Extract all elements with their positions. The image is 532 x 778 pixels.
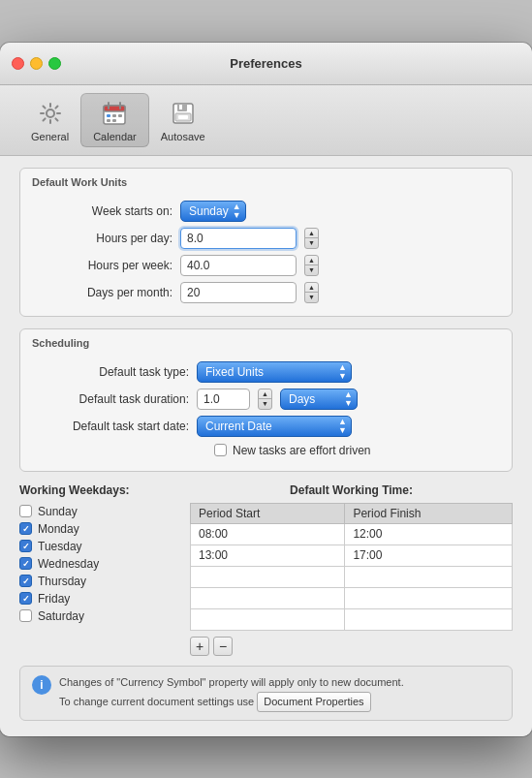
toolbar-calendar[interactable]: Calendar bbox=[80, 93, 149, 147]
hours-per-week-stepper[interactable]: ▲ ▼ bbox=[304, 255, 319, 276]
hours-per-day-down[interactable]: ▼ bbox=[305, 238, 318, 248]
task-duration-input[interactable] bbox=[197, 389, 250, 410]
week-starts-arrow: ▲▼ bbox=[233, 202, 241, 218]
hours-per-week-down[interactable]: ▼ bbox=[305, 265, 318, 275]
time-panel: Default Working Time: Period Start Perio… bbox=[190, 483, 513, 656]
general-label: General bbox=[31, 131, 69, 142]
saturday-checkbox[interactable] bbox=[19, 609, 32, 622]
hours-per-week-input[interactable] bbox=[180, 255, 297, 276]
weekday-saturday: Saturday bbox=[19, 607, 174, 625]
time-start-5[interactable] bbox=[191, 608, 345, 630]
hours-per-day-input[interactable] bbox=[180, 228, 297, 249]
hours-per-day-label: Hours per day: bbox=[96, 232, 172, 245]
time-row: 08:00 12:00 bbox=[191, 523, 513, 545]
sunday-checkbox[interactable] bbox=[19, 505, 32, 517]
task-duration-unit-arrow: ▲▼ bbox=[344, 390, 353, 406]
monday-checkbox[interactable] bbox=[19, 522, 32, 535]
task-duration-row: Default task duration: ▲ ▼ Days ▲▼ bbox=[20, 386, 512, 413]
time-start-4[interactable] bbox=[191, 587, 345, 608]
close-button[interactable] bbox=[12, 57, 24, 70]
weekday-thursday: Thursday bbox=[19, 573, 174, 590]
task-type-select[interactable]: Fixed Units ▲▼ bbox=[197, 361, 352, 383]
task-duration-up[interactable]: ▲ bbox=[259, 389, 271, 400]
default-work-units-section: Default Work Units Week starts on: Sunda… bbox=[19, 168, 513, 317]
task-type-value: Fixed Units bbox=[205, 365, 264, 379]
main-content: Default Work Units Week starts on: Sunda… bbox=[0, 156, 532, 736]
sunday-label: Sunday bbox=[38, 505, 78, 518]
maximize-button[interactable] bbox=[48, 57, 61, 70]
time-row bbox=[191, 566, 513, 587]
friday-label: Friday bbox=[38, 592, 70, 606]
info-footer: i Changes of "Currency Symbol" property … bbox=[19, 666, 513, 721]
hours-per-week-up[interactable]: ▲ bbox=[305, 256, 318, 266]
window-title: Preferences bbox=[230, 56, 301, 71]
document-properties-link[interactable]: Document Properties bbox=[257, 692, 370, 712]
time-finish-1[interactable]: 12:00 bbox=[345, 523, 513, 545]
info-text-block: Changes of "Currency Symbol" property wi… bbox=[59, 674, 404, 712]
hours-per-day-up[interactable]: ▲ bbox=[305, 229, 318, 239]
time-finish-5[interactable] bbox=[345, 608, 513, 630]
info-icon: i bbox=[32, 675, 51, 695]
effort-driven-row: New tasks are effort driven bbox=[20, 440, 512, 461]
gear-icon bbox=[35, 98, 66, 129]
task-start-date-arrow: ▲▼ bbox=[338, 418, 347, 433]
thursday-checkbox[interactable] bbox=[19, 575, 32, 587]
task-start-date-row: Default task start date: Current Date ▲▼ bbox=[20, 413, 512, 440]
work-units-title: Default Work Units bbox=[20, 176, 512, 194]
toolbar-general[interactable]: General bbox=[19, 94, 80, 146]
time-finish-4[interactable] bbox=[345, 587, 513, 608]
task-type-row: Default task type: Fixed Units ▲▼ bbox=[20, 358, 512, 386]
time-finish-2[interactable]: 17:00 bbox=[345, 545, 513, 566]
saturday-label: Saturday bbox=[38, 609, 84, 623]
task-start-date-label: Default task start date: bbox=[73, 420, 189, 433]
tuesday-checkbox[interactable] bbox=[19, 540, 32, 552]
effort-driven-checkbox[interactable] bbox=[214, 444, 227, 456]
time-start-1[interactable]: 08:00 bbox=[191, 523, 345, 545]
time-finish-3[interactable] bbox=[345, 566, 513, 587]
autosave-icon bbox=[168, 98, 199, 129]
add-remove-row: + − bbox=[190, 637, 513, 656]
svg-rect-2 bbox=[104, 106, 125, 111]
add-time-button[interactable]: + bbox=[190, 637, 209, 656]
hours-per-day-stepper[interactable]: ▲ ▼ bbox=[304, 228, 319, 249]
task-duration-stepper[interactable]: ▲ ▼ bbox=[258, 389, 272, 410]
task-duration-unit-value: Days bbox=[289, 392, 315, 406]
days-per-month-down[interactable]: ▼ bbox=[305, 293, 318, 302]
weekdays-panel: Working Weekdays: Sunday Monday Tuesday … bbox=[19, 483, 174, 656]
col-period-finish: Period Finish bbox=[345, 503, 513, 523]
time-row bbox=[191, 608, 513, 630]
toolbar: General Calendar bbox=[0, 85, 532, 156]
calendar-label: Calendar bbox=[93, 131, 137, 142]
task-type-arrow: ▲▼ bbox=[338, 363, 347, 379]
svg-point-0 bbox=[47, 109, 54, 117]
wednesday-checkbox[interactable] bbox=[19, 557, 32, 570]
toolbar-autosave[interactable]: Autosave bbox=[149, 94, 217, 146]
days-per-month-stepper[interactable]: ▲ ▼ bbox=[304, 282, 319, 303]
task-duration-down[interactable]: ▼ bbox=[259, 399, 271, 409]
col-period-start: Period Start bbox=[191, 503, 345, 523]
task-type-label: Default task type: bbox=[99, 365, 189, 379]
remove-time-button[interactable]: − bbox=[213, 637, 233, 656]
svg-rect-7 bbox=[118, 114, 122, 117]
week-starts-label: Week starts on: bbox=[92, 204, 172, 218]
task-duration-unit-select[interactable]: Days ▲▼ bbox=[280, 389, 358, 410]
weekday-monday: Monday bbox=[19, 520, 174, 538]
titlebar: Preferences bbox=[0, 43, 532, 85]
time-row bbox=[191, 587, 513, 608]
weekday-friday: Friday bbox=[19, 590, 174, 607]
week-starts-row: Week starts on: Sunday ▲▼ bbox=[20, 198, 512, 225]
days-per-month-label: Days per month: bbox=[87, 286, 172, 299]
friday-checkbox[interactable] bbox=[19, 592, 32, 605]
svg-rect-5 bbox=[107, 114, 110, 117]
effort-driven-label: New tasks are effort driven bbox=[233, 444, 371, 457]
time-start-3[interactable] bbox=[191, 566, 345, 587]
minimize-button[interactable] bbox=[30, 57, 43, 70]
days-per-month-input[interactable] bbox=[180, 282, 297, 303]
weekdays-title: Working Weekdays: bbox=[19, 483, 174, 497]
hours-per-week-row: Hours per week: ▲ ▼ bbox=[20, 252, 512, 279]
week-starts-select[interactable]: Sunday ▲▼ bbox=[180, 201, 246, 222]
svg-rect-12 bbox=[179, 105, 182, 109]
days-per-month-up[interactable]: ▲ bbox=[305, 283, 318, 294]
task-start-date-select[interactable]: Current Date ▲▼ bbox=[197, 416, 352, 437]
time-start-2[interactable]: 13:00 bbox=[191, 545, 345, 566]
